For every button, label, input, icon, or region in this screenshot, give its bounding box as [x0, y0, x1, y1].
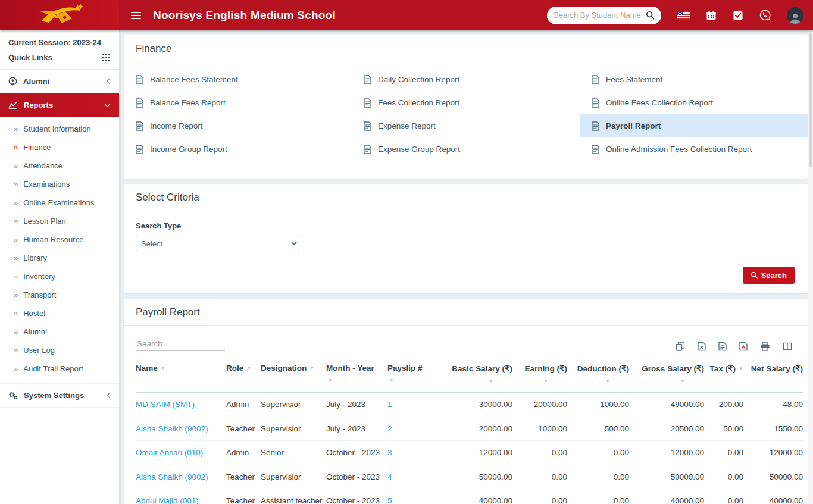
- sidebar-report-item[interactable]: » Finance: [0, 138, 119, 156]
- page-scrollbar[interactable]: [808, 30, 813, 504]
- double-chevron-icon: »: [14, 217, 18, 226]
- basic-salary-cell: 50000.00: [440, 465, 512, 489]
- user-avatar[interactable]: [787, 7, 803, 24]
- sidebar-report-item-label: Online Examinations: [23, 198, 94, 207]
- finance-links-grid: Balance Fees Statement Balance Fees Repo…: [124, 62, 808, 179]
- col-header-earning[interactable]: Earning (₹)▼: [512, 358, 567, 393]
- whatsapp-icon[interactable]: [759, 10, 771, 21]
- earning-cell: 1000.00: [512, 417, 567, 441]
- sidebar-report-item[interactable]: » Alumni: [0, 323, 119, 341]
- copy-icon[interactable]: [676, 342, 685, 351]
- col-header-gross-salary[interactable]: Gross Salary (₹)▼: [629, 358, 704, 393]
- col-header-tax[interactable]: Tax (₹)▼: [704, 358, 743, 393]
- sidebar-report-item[interactable]: » Library: [0, 249, 119, 267]
- sidebar-toggle-icon[interactable]: [129, 10, 143, 21]
- employee-name-link[interactable]: Abdul Majid (001): [136, 496, 199, 504]
- tasks-icon[interactable]: [733, 10, 743, 21]
- payslip-link[interactable]: 4: [387, 472, 392, 481]
- finance-report-link[interactable]: Expense Group Report: [352, 137, 580, 161]
- col-header-deduction[interactable]: Deduction (₹)▼: [567, 358, 629, 393]
- col-header-designation[interactable]: Designation▼: [261, 358, 326, 393]
- sort-icon: ▼: [309, 365, 314, 371]
- col-header-payslip[interactable]: Payslip #▼: [387, 358, 440, 393]
- document-icon: [364, 98, 371, 108]
- table-search-input[interactable]: [136, 337, 225, 351]
- employee-name-link[interactable]: Aisha Shaikh (9002): [136, 472, 208, 481]
- finance-report-link-label: Expense Group Report: [378, 145, 460, 154]
- gross-salary-cell: 50000.00: [629, 465, 704, 489]
- col-header-name[interactable]: Name▼: [136, 358, 226, 393]
- sidebar-report-item[interactable]: » Lesson Plan: [0, 212, 119, 230]
- col-header-net-salary[interactable]: Net Salary (₹): [743, 358, 803, 393]
- col-header-basic-salary[interactable]: Basic Salary (₹)▼: [440, 358, 512, 393]
- document-icon: [592, 75, 599, 84]
- sidebar-report-item-label: Alumni: [23, 327, 47, 336]
- finance-report-link[interactable]: Payroll Report: [580, 114, 808, 137]
- select-criteria-card: Select Criteria Search Type Select: [124, 184, 808, 293]
- sidebar-report-item[interactable]: » Attendance: [0, 156, 119, 175]
- csv-export-icon[interactable]: [718, 342, 727, 351]
- role-cell: Admin: [226, 393, 261, 417]
- pdf-export-icon[interactable]: [739, 342, 748, 351]
- employee-name-link[interactable]: Aisha Shaikh (9002): [136, 424, 208, 433]
- basic-salary-cell: 30000.00: [440, 393, 512, 417]
- finance-report-link[interactable]: Income Report: [124, 114, 352, 137]
- sidebar-report-item[interactable]: » Human Resource: [0, 230, 119, 249]
- month-year-cell: July - 2023: [326, 393, 387, 417]
- sidebar-item-system-settings[interactable]: System Settings: [0, 384, 119, 408]
- document-icon: [592, 121, 599, 131]
- finance-report-link[interactable]: Balance Fees Statement: [124, 68, 352, 91]
- grid-icon[interactable]: [102, 54, 110, 61]
- payroll-report-heading: Payroll Report: [124, 299, 808, 326]
- search-type-select[interactable]: Select: [136, 236, 299, 251]
- finance-report-link[interactable]: Online Fees Collection Report: [580, 91, 808, 114]
- sidebar-report-item[interactable]: » Student Information: [0, 120, 119, 138]
- search-icon[interactable]: [646, 11, 655, 20]
- finance-report-link[interactable]: Fees Statement: [580, 68, 808, 91]
- payslip-link[interactable]: 3: [387, 448, 392, 457]
- designation-cell: Supervisior: [261, 465, 326, 489]
- excel-export-icon[interactable]: [698, 342, 706, 351]
- finance-column-3: Fees Statement Online Fees Collection Re…: [580, 68, 808, 161]
- finance-report-link-label: Online Admission Fees Collection Report: [606, 145, 752, 154]
- export-toolbar: [676, 342, 796, 351]
- sidebar-report-item-label: Finance: [23, 143, 51, 152]
- scrollbar-thumb[interactable]: [809, 33, 812, 167]
- print-icon[interactable]: [760, 342, 770, 351]
- sort-icon: ▼: [514, 378, 548, 384]
- payslip-link[interactable]: 2: [387, 424, 392, 433]
- finance-report-link[interactable]: Fees Collection Report: [352, 91, 580, 114]
- sidebar-report-item[interactable]: » Examinations: [0, 175, 119, 193]
- reports-submenu: » Student Information » Finance » Attend…: [0, 117, 119, 384]
- net-salary-cell: 40000.00: [743, 489, 803, 504]
- employee-name-link[interactable]: Omair Ansari (010): [136, 448, 203, 457]
- finance-report-link[interactable]: Balance Fees Report: [124, 91, 352, 114]
- finance-report-link[interactable]: Online Admission Fees Collection Report: [580, 137, 808, 161]
- finance-report-link[interactable]: Expense Report: [352, 114, 580, 137]
- payroll-report-card: Payroll Report: [124, 299, 808, 504]
- student-search-input[interactable]: [554, 11, 646, 20]
- column-visibility-icon[interactable]: [783, 342, 792, 351]
- sidebar-item-reports[interactable]: Reports: [0, 93, 119, 117]
- month-year-cell: July - 2023: [326, 417, 387, 441]
- col-header-month-year[interactable]: Month - Year▼: [326, 358, 387, 393]
- us-flag-icon[interactable]: [677, 11, 690, 20]
- finance-report-link[interactable]: Income Group Report: [124, 137, 352, 161]
- sidebar-report-item[interactable]: » Inventory: [0, 267, 119, 286]
- sidebar-item-alumni[interactable]: Alumni: [0, 70, 119, 93]
- finance-report-link[interactable]: Daily Collection Report: [352, 68, 580, 91]
- sidebar-report-item[interactable]: » Online Examinations: [0, 193, 119, 212]
- calendar-icon[interactable]: [706, 10, 717, 21]
- search-button[interactable]: Search: [743, 267, 795, 284]
- payslip-link[interactable]: 5: [387, 496, 392, 504]
- col-header-role[interactable]: Role▼: [226, 358, 261, 393]
- sidebar-report-item[interactable]: » Hostel: [0, 304, 119, 323]
- sidebar-report-item[interactable]: » Audit Trail Report: [0, 359, 119, 378]
- sidebar-report-item-label: Student Information: [23, 124, 90, 133]
- employee-name-link[interactable]: MD SAIM (SMT): [136, 400, 195, 409]
- sidebar-report-item[interactable]: » Transport: [0, 286, 119, 304]
- student-search-box[interactable]: [547, 7, 661, 24]
- sidebar-report-item[interactable]: » User Log: [0, 341, 119, 359]
- payslip-link[interactable]: 1: [387, 400, 392, 409]
- school-logo[interactable]: [0, 0, 119, 30]
